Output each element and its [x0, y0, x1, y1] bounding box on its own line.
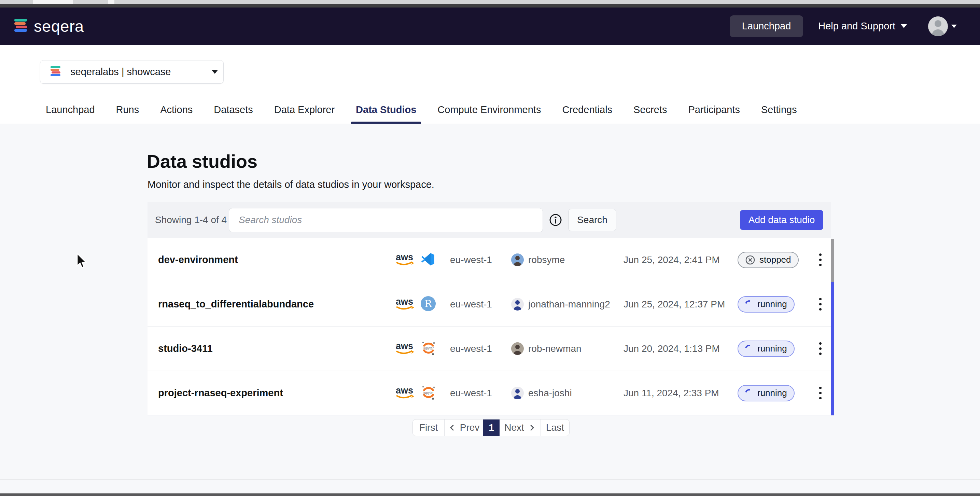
user-avatar — [511, 254, 524, 266]
table-toolbar: Showing 1-4 of 4 Search Add data studio — [148, 202, 831, 238]
pagination-first[interactable]: First — [413, 419, 444, 436]
seqera-logo-text: seqera — [34, 17, 84, 35]
region: eu-west-1 — [450, 299, 511, 310]
created-date: Jun 20, 2024, 1:13 PM — [624, 343, 738, 354]
launchpad-button[interactable]: Launchpad — [730, 15, 803, 37]
created-date: Jun 25, 2024, 12:37 PM — [624, 299, 738, 310]
tab-data-studios[interactable]: Data Studios — [356, 104, 416, 124]
tab-settings[interactable]: Settings — [761, 104, 797, 124]
top-navbar: seqera Launchpad Help and Support — [0, 8, 980, 45]
platform-icons: aws jupyter — [385, 340, 450, 358]
studio-name: project-rnaseq-experiment — [148, 388, 385, 399]
svg-text:aws: aws — [396, 252, 413, 262]
workspace-selector[interactable]: seqeralabs | showcase — [40, 60, 224, 84]
user-menu[interactable] — [928, 16, 957, 36]
circle-x-icon — [745, 255, 755, 265]
vscode-icon — [420, 251, 436, 268]
studio-name: rnaseq_to_differentialabundance — [148, 298, 385, 310]
svg-text:jupyter: jupyter — [423, 391, 434, 394]
created-date: Jun 25, 2024, 2:41 PM — [624, 255, 738, 265]
status-cell: running — [738, 296, 810, 313]
row-actions-menu[interactable] — [810, 254, 831, 266]
platform-icons: aws R — [385, 296, 450, 313]
workspace-name: seqeralabs | showcase — [70, 66, 171, 78]
row-actions-menu[interactable] — [810, 298, 831, 311]
status-label: running — [757, 299, 787, 309]
user-avatar — [511, 387, 524, 399]
chevron-down-icon — [212, 70, 218, 74]
workspace-dropdown-toggle[interactable] — [206, 61, 223, 83]
status-cell: stopped — [738, 252, 810, 268]
status-cell: running — [738, 385, 810, 401]
table-body: dev-environment aws eu-west-1 robsyme Ju… — [148, 238, 831, 415]
r-icon: R — [420, 296, 436, 313]
tab-data-explorer[interactable]: Data Explorer — [274, 104, 335, 124]
aws-icon: aws — [395, 340, 415, 357]
user-avatar — [511, 298, 524, 311]
status-label: running — [757, 343, 787, 354]
user-avatar — [511, 342, 524, 355]
table-row[interactable]: project-rnaseq-experiment aws jupyter eu… — [148, 371, 831, 415]
user-cell: esha-joshi — [511, 387, 624, 399]
svg-text:R: R — [425, 298, 432, 309]
tab-participants[interactable]: Participants — [688, 104, 740, 124]
chevron-right-icon — [528, 424, 536, 431]
row-actions-menu[interactable] — [810, 342, 831, 355]
user-cell: rob-newman — [511, 342, 624, 355]
svg-text:aws: aws — [396, 297, 413, 307]
pagination-prev[interactable]: Prev — [444, 419, 483, 436]
table-row[interactable]: rnaseq_to_differentialabundance aws R eu… — [148, 282, 831, 327]
region: eu-west-1 — [450, 343, 511, 354]
search-button[interactable]: Search — [568, 209, 616, 231]
table-row[interactable]: studio-3411 aws jupyter eu-west-1 rob-ne… — [148, 327, 831, 371]
status-badge: running — [738, 296, 795, 313]
aws-icon: aws — [395, 296, 415, 313]
tab-runs[interactable]: Runs — [116, 104, 139, 124]
tab-compute-environments[interactable]: Compute Environments — [438, 104, 541, 124]
help-and-support-menu[interactable]: Help and Support — [818, 21, 907, 32]
info-icon[interactable] — [548, 213, 563, 227]
pagination-last[interactable]: Last — [541, 419, 569, 436]
region: eu-west-1 — [450, 255, 511, 265]
seqera-logo[interactable]: seqera — [13, 17, 84, 35]
tab-actions[interactable]: Actions — [160, 104, 192, 124]
pagination: First Prev 1 Next Last — [412, 419, 570, 436]
user-name: robsyme — [528, 255, 565, 265]
tab-datasets[interactable]: Datasets — [214, 104, 253, 124]
pagination-next[interactable]: Next — [500, 419, 541, 436]
seqera-logo-icon — [13, 18, 28, 35]
tab-credentials[interactable]: Credentials — [562, 104, 612, 124]
user-name: rob-newman — [528, 343, 582, 354]
add-data-studio-button[interactable]: Add data studio — [740, 210, 823, 230]
pagination-next-label: Next — [504, 422, 524, 433]
footer-divider — [0, 479, 980, 480]
svg-text:jupyter: jupyter — [423, 346, 434, 350]
scrollbar-thumb[interactable] — [831, 239, 834, 282]
status-label: running — [757, 388, 787, 398]
platform-icons: aws jupyter — [385, 384, 450, 402]
user-name: jonathan-manning2 — [528, 299, 610, 310]
svg-text:aws: aws — [396, 385, 413, 396]
region: eu-west-1 — [450, 388, 511, 399]
tab-secrets[interactable]: Secrets — [633, 104, 667, 124]
jupyter-icon: jupyter — [420, 340, 437, 358]
aws-icon: aws — [395, 251, 415, 268]
workspace-tabs: LaunchpadRunsActionsDatasetsData Explore… — [46, 104, 797, 124]
subheader: seqeralabs | showcase LaunchpadRunsActio… — [0, 45, 980, 124]
scrollbar-track[interactable] — [831, 282, 834, 415]
spinner-icon — [744, 343, 755, 354]
status-cell: running — [738, 341, 810, 357]
tab-launchpad[interactable]: Launchpad — [46, 104, 95, 124]
mouse-cursor — [75, 253, 89, 271]
platform-icons: aws — [385, 251, 450, 268]
pagination-current-page[interactable]: 1 — [483, 419, 500, 436]
row-actions-menu[interactable] — [810, 387, 831, 399]
studio-name: studio-3411 — [148, 343, 385, 354]
status-badge: running — [738, 341, 795, 357]
help-and-support-label: Help and Support — [818, 21, 895, 32]
pagination-prev-label: Prev — [460, 422, 480, 433]
spinner-icon — [744, 298, 755, 310]
search-input[interactable] — [229, 208, 543, 232]
status-badge: running — [738, 385, 795, 401]
table-row[interactable]: dev-environment aws eu-west-1 robsyme Ju… — [148, 238, 831, 282]
